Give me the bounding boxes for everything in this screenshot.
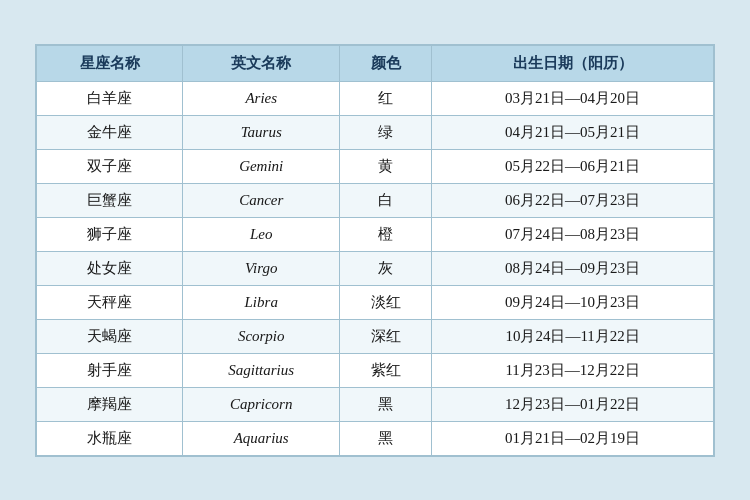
cell-dates: 11月23日—12月22日: [432, 353, 714, 387]
cell-chinese-name: 处女座: [37, 251, 183, 285]
cell-english-name: Cancer: [183, 183, 340, 217]
cell-dates: 07月24日—08月23日: [432, 217, 714, 251]
cell-color: 紫红: [340, 353, 432, 387]
cell-dates: 06月22日—07月23日: [432, 183, 714, 217]
cell-english-name: Gemini: [183, 149, 340, 183]
cell-color: 淡红: [340, 285, 432, 319]
cell-chinese-name: 射手座: [37, 353, 183, 387]
cell-chinese-name: 狮子座: [37, 217, 183, 251]
cell-dates: 01月21日—02月19日: [432, 421, 714, 455]
cell-color: 橙: [340, 217, 432, 251]
table-row: 双子座Gemini黄05月22日—06月21日: [37, 149, 714, 183]
header-english-name: 英文名称: [183, 45, 340, 81]
table-row: 水瓶座Aquarius黑01月21日—02月19日: [37, 421, 714, 455]
header-chinese-name: 星座名称: [37, 45, 183, 81]
cell-english-name: Capricorn: [183, 387, 340, 421]
cell-dates: 03月21日—04月20日: [432, 81, 714, 115]
cell-chinese-name: 摩羯座: [37, 387, 183, 421]
header-color: 颜色: [340, 45, 432, 81]
table-row: 天秤座Libra淡红09月24日—10月23日: [37, 285, 714, 319]
cell-color: 灰: [340, 251, 432, 285]
cell-color: 白: [340, 183, 432, 217]
zodiac-table: 星座名称 英文名称 颜色 出生日期（阳历） 白羊座Aries红03月21日—04…: [36, 45, 714, 456]
table-body: 白羊座Aries红03月21日—04月20日金牛座Taurus绿04月21日—0…: [37, 81, 714, 455]
cell-english-name: Aquarius: [183, 421, 340, 455]
cell-dates: 05月22日—06月21日: [432, 149, 714, 183]
cell-english-name: Sagittarius: [183, 353, 340, 387]
cell-english-name: Aries: [183, 81, 340, 115]
cell-english-name: Leo: [183, 217, 340, 251]
table-row: 狮子座Leo橙07月24日—08月23日: [37, 217, 714, 251]
table-row: 巨蟹座Cancer白06月22日—07月23日: [37, 183, 714, 217]
cell-color: 黑: [340, 421, 432, 455]
cell-chinese-name: 金牛座: [37, 115, 183, 149]
cell-english-name: Scorpio: [183, 319, 340, 353]
table-row: 天蝎座Scorpio深红10月24日—11月22日: [37, 319, 714, 353]
cell-dates: 12月23日—01月22日: [432, 387, 714, 421]
cell-color: 深红: [340, 319, 432, 353]
table-row: 白羊座Aries红03月21日—04月20日: [37, 81, 714, 115]
cell-dates: 10月24日—11月22日: [432, 319, 714, 353]
table-header-row: 星座名称 英文名称 颜色 出生日期（阳历）: [37, 45, 714, 81]
table-row: 金牛座Taurus绿04月21日—05月21日: [37, 115, 714, 149]
cell-dates: 04月21日—05月21日: [432, 115, 714, 149]
cell-color: 红: [340, 81, 432, 115]
table-row: 处女座Virgo灰08月24日—09月23日: [37, 251, 714, 285]
cell-chinese-name: 天秤座: [37, 285, 183, 319]
table-row: 摩羯座Capricorn黑12月23日—01月22日: [37, 387, 714, 421]
header-dates: 出生日期（阳历）: [432, 45, 714, 81]
table-row: 射手座Sagittarius紫红11月23日—12月22日: [37, 353, 714, 387]
cell-dates: 08月24日—09月23日: [432, 251, 714, 285]
cell-color: 绿: [340, 115, 432, 149]
cell-chinese-name: 白羊座: [37, 81, 183, 115]
cell-english-name: Libra: [183, 285, 340, 319]
cell-color: 黄: [340, 149, 432, 183]
cell-chinese-name: 天蝎座: [37, 319, 183, 353]
cell-english-name: Taurus: [183, 115, 340, 149]
cell-chinese-name: 巨蟹座: [37, 183, 183, 217]
cell-chinese-name: 双子座: [37, 149, 183, 183]
cell-dates: 09月24日—10月23日: [432, 285, 714, 319]
cell-english-name: Virgo: [183, 251, 340, 285]
cell-chinese-name: 水瓶座: [37, 421, 183, 455]
zodiac-table-container: 星座名称 英文名称 颜色 出生日期（阳历） 白羊座Aries红03月21日—04…: [35, 44, 715, 457]
cell-color: 黑: [340, 387, 432, 421]
